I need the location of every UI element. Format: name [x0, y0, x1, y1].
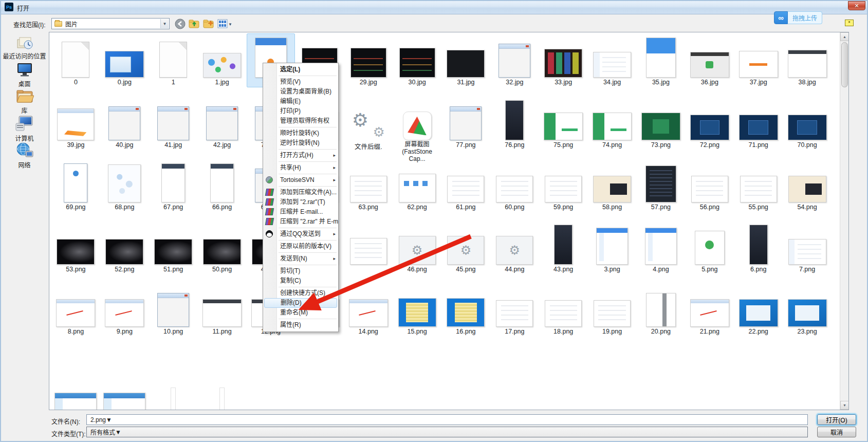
- menu-item[interactable]: 创建快捷方式(S): [263, 288, 338, 298]
- file-item[interactable]: 57.png: [637, 158, 686, 212]
- menu-item[interactable]: 通过QQ发送到▸: [263, 229, 338, 239]
- file-item[interactable]: 6.png: [734, 220, 783, 274]
- filetype-dropdown[interactable]: 所有格式 ▼: [86, 427, 808, 437]
- file-item[interactable]: 59.png: [539, 158, 588, 212]
- scrollbar-thumb[interactable]: [841, 42, 848, 87]
- file-item[interactable]: 29.jpg: [344, 33, 393, 87]
- back-button[interactable]: [174, 17, 186, 30]
- file-item[interactable]: 21.png: [685, 283, 734, 337]
- file-item[interactable]: [198, 380, 247, 410]
- file-item[interactable]: 14.png: [344, 283, 393, 337]
- file-item[interactable]: 41.jpg: [149, 96, 198, 163]
- menu-item[interactable]: 压缩并 E-mail...: [263, 207, 338, 217]
- file-item[interactable]: 11.png: [198, 283, 247, 337]
- file-item[interactable]: 40.jpg: [100, 96, 149, 163]
- look-in-dropdown[interactable]: 图片 ▼: [51, 18, 170, 29]
- capture-folder-icon[interactable]: *: [845, 20, 854, 26]
- new-folder-button[interactable]: [202, 17, 215, 30]
- file-item[interactable]: 23.png: [783, 283, 832, 337]
- menu-item[interactable]: 发送到(N)▸: [263, 254, 338, 264]
- file-item[interactable]: 43.png: [539, 220, 588, 274]
- menu-item[interactable]: 剪切(T): [263, 266, 338, 276]
- file-item[interactable]: 63.png: [344, 158, 393, 212]
- file-item[interactable]: 39.jpg: [51, 96, 100, 163]
- file-item[interactable]: 68.png: [100, 158, 149, 212]
- file-item[interactable]: 46.png: [393, 220, 441, 274]
- file-item[interactable]: 19.png: [588, 283, 637, 337]
- file-item[interactable]: 45.png: [441, 220, 490, 274]
- chevron-down-icon[interactable]: ▼: [106, 416, 112, 423]
- file-item[interactable]: 60.png: [490, 158, 539, 212]
- menu-item[interactable]: 逆时针旋转(N): [263, 138, 338, 148]
- file-item[interactable]: 53.png: [51, 220, 100, 274]
- sidebar-item-recent-places[interactable]: 最近访问的位置: [0, 34, 49, 60]
- file-item[interactable]: 36.jpg: [685, 33, 734, 87]
- file-item[interactable]: 18.png: [539, 283, 588, 337]
- file-item[interactable]: [51, 380, 100, 410]
- file-item[interactable]: 72.png: [685, 96, 734, 163]
- scrollbar-up-icon[interactable]: ▲: [840, 32, 849, 41]
- file-item[interactable]: 0.jpg: [100, 33, 149, 87]
- file-item[interactable]: 67.png: [149, 158, 198, 212]
- file-item[interactable]: 17.png: [490, 283, 539, 337]
- file-item[interactable]: 37.jpg: [734, 33, 783, 87]
- file-item[interactable]: 15.png: [393, 283, 441, 337]
- file-item[interactable]: 74.png: [588, 96, 637, 163]
- file-item[interactable]: 52.png: [100, 220, 149, 274]
- menu-item[interactable]: 添加到 "2.rar"(T): [263, 197, 338, 207]
- file-item[interactable]: 10.png: [149, 283, 198, 337]
- file-item[interactable]: 16.png: [441, 283, 490, 337]
- file-item[interactable]: 44.png: [490, 220, 539, 274]
- file-item[interactable]: 1: [149, 33, 198, 87]
- file-item[interactable]: 77.png: [441, 96, 490, 163]
- file-item[interactable]: 75.png: [539, 96, 588, 163]
- cancel-button[interactable]: 取消: [817, 427, 856, 437]
- chevron-down-icon[interactable]: ▼: [160, 19, 169, 28]
- menu-item[interactable]: 复制(C): [263, 276, 338, 286]
- menu-item[interactable]: 压缩到 "2.rar" 并 E-mail: [263, 217, 338, 227]
- menu-item[interactable]: 编辑(E): [263, 97, 338, 106]
- file-item[interactable]: 33.jpg: [539, 33, 588, 87]
- file-item[interactable]: [100, 380, 149, 410]
- menu-item[interactable]: 选定(L): [263, 65, 338, 75]
- drag-upload-button[interactable]: ∞ 拖拽上传: [774, 11, 822, 24]
- file-item[interactable]: 22.png: [734, 283, 783, 337]
- menu-item[interactable]: 预览(V): [263, 77, 338, 87]
- file-item[interactable]: 屏幕截图 (FastStone Cap...: [393, 96, 441, 163]
- file-item[interactable]: 4.png: [637, 220, 686, 274]
- menu-item[interactable]: 打开方式(H)▸: [263, 151, 338, 160]
- close-icon[interactable]: ✕: [848, 1, 865, 10]
- file-item[interactable]: 20.png: [637, 283, 686, 337]
- menu-item[interactable]: 还原以前的版本(V): [263, 242, 338, 251]
- menu-item[interactable]: 属性(R): [263, 320, 338, 330]
- file-item[interactable]: 66.png: [198, 158, 247, 212]
- file-item[interactable]: 0: [51, 33, 100, 87]
- menu-item[interactable]: 设置为桌面背景(B): [263, 87, 338, 97]
- file-item[interactable]: 35.jpg: [637, 33, 686, 87]
- chevron-down-icon[interactable]: ▼: [115, 429, 121, 436]
- menu-item[interactable]: 打印(P): [263, 106, 338, 116]
- up-one-level-button[interactable]: [188, 17, 200, 30]
- view-menu-button[interactable]: [216, 17, 229, 30]
- file-item[interactable]: 54.png: [783, 158, 832, 212]
- file-item[interactable]: 32.jpg: [490, 33, 539, 87]
- vertical-scrollbar[interactable]: ▲ ▼: [840, 32, 848, 410]
- menu-item[interactable]: 删除(D): [264, 298, 337, 308]
- file-item[interactable]: 42.jpg: [198, 96, 247, 163]
- file-item[interactable]: 58.png: [588, 158, 637, 212]
- file-item[interactable]: 56.png: [685, 158, 734, 212]
- file-item[interactable]: 70.png: [783, 96, 832, 163]
- menu-item[interactable]: 添加到压缩文件(A)...: [263, 188, 338, 197]
- file-item[interactable]: 50.png: [198, 220, 247, 274]
- filename-input[interactable]: 2.png ▼: [86, 414, 808, 425]
- file-item[interactable]: [149, 380, 198, 410]
- file-item[interactable]: 61.png: [441, 158, 490, 212]
- file-item[interactable]: 38.jpg: [783, 33, 832, 87]
- file-item[interactable]: 文件后缀.: [344, 96, 393, 163]
- file-item[interactable]: 34.jpg: [588, 33, 637, 87]
- file-item[interactable]: [344, 220, 393, 274]
- file-item[interactable]: 31.jpg: [441, 33, 490, 87]
- menu-item[interactable]: 共享(H)▸: [263, 163, 338, 173]
- sidebar-item-libraries[interactable]: 库: [0, 88, 49, 115]
- file-item[interactable]: 7.png: [783, 220, 832, 274]
